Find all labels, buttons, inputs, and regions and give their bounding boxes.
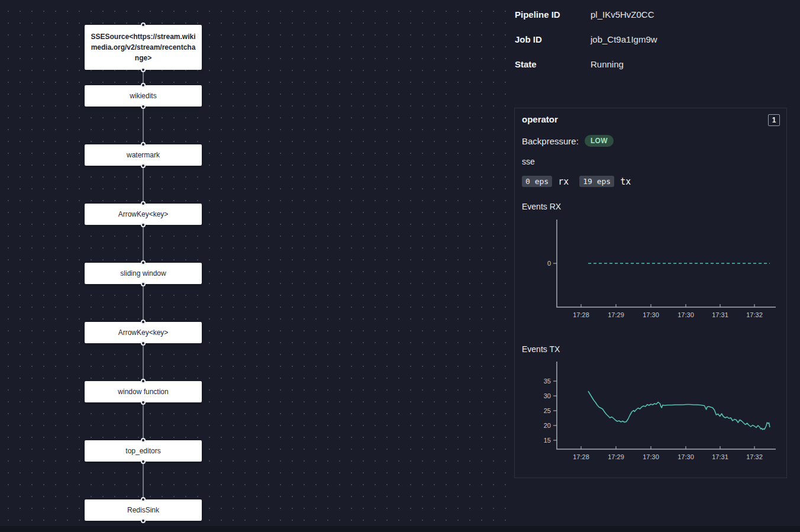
node-handle xyxy=(141,518,146,523)
svg-text:15: 15 xyxy=(544,437,551,444)
svg-text:17:28: 17:28 xyxy=(573,311,589,318)
pipeline-node[interactable]: wikiedits xyxy=(85,85,202,107)
node-handle xyxy=(141,320,146,324)
pipeline-node[interactable]: watermark xyxy=(85,144,202,166)
pipeline-id-value: pl_IKv5HvZ0CC xyxy=(591,9,654,20)
pipeline-node[interactable]: ArrowKey<key> xyxy=(85,204,202,225)
state-label: State xyxy=(515,59,537,69)
operator-count-badge: 1 xyxy=(768,114,780,126)
node-handle xyxy=(141,438,146,443)
svg-text:17:32: 17:32 xyxy=(746,311,763,318)
node-handle xyxy=(141,22,146,27)
throughput-row: 0 eps rx 19 eps tx xyxy=(522,176,636,187)
svg-text:17:31: 17:31 xyxy=(712,311,728,318)
svg-text:17:29: 17:29 xyxy=(608,311,624,318)
svg-text:25: 25 xyxy=(544,407,551,414)
node-handle xyxy=(141,497,146,502)
pipeline-graph-canvas[interactable]: SSESource<https://stream.wikimedia.org/v… xyxy=(0,0,510,527)
svg-text:17:29: 17:29 xyxy=(608,453,624,460)
node-handle xyxy=(141,104,146,109)
svg-text:17:30: 17:30 xyxy=(643,311,659,318)
pipeline-node[interactable]: RedisSink xyxy=(85,499,202,521)
pipeline-id-label: Pipeline ID xyxy=(515,9,560,20)
node-handle xyxy=(141,142,146,147)
tx-rate-badge: 19 eps xyxy=(579,176,614,187)
events-tx-chart: 353025201517:2817:2917:3017:3017:3117:32 xyxy=(515,357,784,472)
node-handle xyxy=(141,260,146,265)
events-rx-title: Events RX xyxy=(522,202,561,211)
svg-text:17:32: 17:32 xyxy=(746,453,763,460)
svg-text:35: 35 xyxy=(544,378,551,385)
pipeline-node[interactable]: ArrowKey<key> xyxy=(85,322,202,343)
pipeline-node-label: sliding window xyxy=(120,268,166,279)
state-value: Running xyxy=(591,59,624,69)
events-tx-title: Events TX xyxy=(522,344,560,354)
operator-name: sse xyxy=(522,157,535,166)
pipeline-node-label: ArrowKey<key> xyxy=(118,209,169,220)
events-rx-chart: 017:2817:2917:3017:3017:3117:32 xyxy=(515,215,784,323)
svg-text:17:30: 17:30 xyxy=(678,311,694,318)
job-id-value: job_Ct9a1Igm9w xyxy=(591,34,657,44)
svg-text:17:28: 17:28 xyxy=(573,453,589,460)
node-handle xyxy=(141,282,146,286)
node-handle xyxy=(141,223,146,227)
canvas-bottom-strip xyxy=(0,526,800,532)
pipeline-node[interactable]: top_editors xyxy=(85,440,202,462)
svg-text:17:31: 17:31 xyxy=(712,453,728,460)
node-handle xyxy=(141,341,146,346)
node-handle xyxy=(141,400,146,405)
svg-text:30: 30 xyxy=(544,392,551,399)
rx-label: rx xyxy=(558,176,569,187)
backpressure-label: Backpressure: xyxy=(522,136,579,146)
pipeline-node[interactable]: sliding window xyxy=(85,263,202,284)
node-handle xyxy=(141,379,146,383)
pipeline-node-label: ArrowKey<key> xyxy=(118,327,169,338)
pipeline-node[interactable]: SSESource<https://stream.wikimedia.org/v… xyxy=(85,25,202,70)
node-handle xyxy=(141,459,146,464)
node-handle xyxy=(141,67,146,72)
node-handle xyxy=(141,201,146,206)
node-handle xyxy=(141,83,146,88)
pipeline-node-label: watermark xyxy=(127,150,160,160)
svg-text:20: 20 xyxy=(544,422,551,429)
pipeline-node-label: top_editors xyxy=(125,446,160,456)
operator-details-panel: operator 1 Backpressure: LOW sse 0 eps r… xyxy=(514,108,787,478)
svg-text:17:30: 17:30 xyxy=(643,453,659,460)
tx-label: tx xyxy=(620,176,631,187)
svg-text:0: 0 xyxy=(547,260,551,267)
pipeline-node-label: wikiedits xyxy=(130,91,156,101)
svg-text:17:30: 17:30 xyxy=(678,453,694,460)
pipeline-node[interactable]: window function xyxy=(85,381,202,402)
backpressure-badge: LOW xyxy=(585,135,614,147)
operator-panel-title: operator xyxy=(522,114,558,124)
rx-rate-badge: 0 eps xyxy=(522,176,552,187)
pipeline-node-label: window function xyxy=(118,386,168,397)
pipeline-node-label: RedisSink xyxy=(127,505,159,515)
pipeline-node-label: SSESource<https://stream.wikimedia.org/v… xyxy=(91,31,196,63)
job-id-label: Job ID xyxy=(515,34,542,44)
node-handle xyxy=(141,163,146,168)
